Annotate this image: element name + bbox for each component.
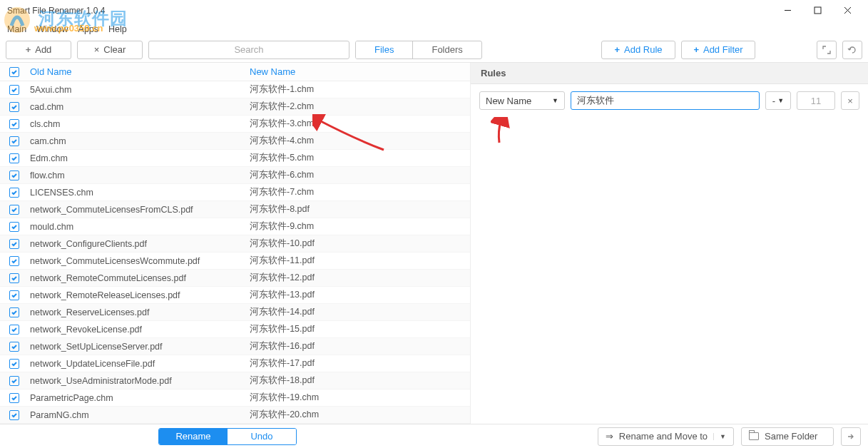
new-name-cell: 河东软件-8.pdf [250,203,470,215]
table-row[interactable]: network_SetUpLicenseServer.pdf河东软件-16.pd… [0,338,470,355]
table-header: Old Name New Name [0,63,470,81]
table-row[interactable]: flow.chm河东软件-6.chm [0,167,470,184]
table-row[interactable]: cam.chm河东软件-4.chm [0,133,470,150]
table-row[interactable]: network_RemoteCommuteLicenses.pdf河东软件-12… [0,270,470,287]
rename-button[interactable]: Rename [159,429,228,444]
row-checkbox[interactable] [0,136,29,146]
new-name-cell: 河东软件-16.pdf [250,340,470,352]
row-checkbox[interactable] [0,307,29,317]
table-row[interactable]: Edm.chm河东软件-5.chm [0,150,470,167]
new-name-cell: 河东软件-20.chm [250,409,470,421]
row-checkbox[interactable] [0,222,29,232]
menu-window[interactable]: Window [36,24,68,34]
table-row[interactable]: network_UseAdministratorMode.pdf河东软件-18.… [0,372,470,390]
clear-icon: × [94,44,100,55]
add-filter-button[interactable]: +Add Filter [681,41,755,59]
menu-apps[interactable]: Apps [78,24,99,34]
old-name-cell: network_UseAdministratorMode.pdf [29,376,250,386]
table-row[interactable]: network_CommuteLicensesWcommute.pdf河东软件-… [0,253,470,270]
row-checkbox[interactable] [0,359,29,369]
row-checkbox[interactable] [0,205,29,215]
table-row[interactable]: cls.chm河东软件-3.chm [0,116,470,133]
row-checkbox[interactable] [0,170,29,180]
rule-type-select[interactable]: New Name ▼ [479,91,565,110]
chevron-down-icon: ▼ [777,97,784,104]
old-name-cell: network_ConfigureClients.pdf [29,239,250,249]
new-name-cell: 河东软件-2.chm [250,101,470,113]
old-name-cell: mould.chm [29,222,250,232]
files-folders-tabs: Files Folders [355,41,482,59]
table-row[interactable]: network_RevokeLicense.pdf河东软件-15.pdf [0,321,470,338]
remove-rule-button[interactable]: × [841,91,859,110]
separator-select[interactable]: - ▼ [765,91,791,110]
table-row[interactable]: 5Axui.chm河东软件-1.chm [0,81,470,98]
go-button[interactable] [841,427,861,446]
plus-icon: + [693,44,699,55]
row-checkbox[interactable] [0,342,29,352]
table-row[interactable]: LICENSES.chm河东软件-7.chm [0,184,470,201]
old-name-cell: network_UpdateLicenseFile.pdf [29,359,250,369]
row-checkbox[interactable] [0,273,29,283]
expand-icon-button[interactable] [817,41,837,59]
chevron-down-icon: ▼ [552,97,558,104]
row-checkbox[interactable] [0,376,29,386]
row-checkbox[interactable] [0,119,29,129]
old-name-cell: cam.chm [29,136,250,146]
row-checkbox[interactable] [0,85,29,95]
new-name-cell: 河东软件-4.chm [250,135,470,147]
toolbar: +Add ×Clear Search Files Folders +Add Ru… [0,37,868,63]
table-row[interactable]: ParamNG.chm河东软件-20.chm [0,407,470,424]
clear-button[interactable]: ×Clear [77,41,143,59]
new-name-cell: 河东软件-15.pdf [250,323,470,335]
row-checkbox[interactable] [0,239,29,249]
table-row[interactable]: cad.chm河东软件-2.chm [0,98,470,116]
rule-row: New Name ▼ 河东软件 - ▼ 11 × [471,84,868,117]
rules-header: Rules [471,63,868,84]
menu-main[interactable]: Main [7,24,26,34]
row-checkbox[interactable] [0,188,29,198]
add-button[interactable]: +Add [6,41,71,59]
row-checkbox[interactable] [0,325,29,335]
refresh-icon-button[interactable] [842,41,862,59]
table-row[interactable]: ParametricPage.chm河东软件-19.chm [0,390,470,407]
undo-button[interactable]: Undo [228,429,296,444]
target-folder-select[interactable]: Same Folder [741,427,834,446]
table-row[interactable]: mould.chm河东软件-9.chm [0,218,470,235]
tab-folders[interactable]: Folders [413,41,481,58]
plus-icon: + [26,44,31,55]
new-name-cell: 河东软件-19.chm [250,392,470,404]
header-new-name[interactable]: New Name [250,66,470,77]
close-button[interactable] [832,1,862,21]
table-row[interactable]: network_CommuteLicensesFromCLS.pdf河东软件-8… [0,201,470,218]
rules-panel: Rules New Name ▼ 河东软件 - ▼ 11 × [471,63,868,424]
row-checkbox[interactable] [0,256,29,266]
old-name-cell: network_RevokeLicense.pdf [29,325,250,335]
table-row[interactable]: network_ConfigureClients.pdf河东软件-10.pdf [0,235,470,253]
new-name-cell: 河东软件-7.chm [250,186,470,198]
header-old-name[interactable]: Old Name [29,66,250,77]
counter-input[interactable]: 11 [797,91,835,110]
plus-icon: + [614,44,620,55]
new-name-cell: 河东软件-10.pdf [250,238,470,250]
new-name-cell: 河东软件-13.pdf [250,289,470,301]
maximize-button[interactable] [802,1,832,21]
row-checkbox[interactable] [0,393,29,403]
row-checkbox[interactable] [0,410,29,420]
table-row[interactable]: network_ReserveLicenses.pdf河东软件-14.pdf [0,304,470,321]
rule-name-input[interactable]: 河东软件 [571,91,760,110]
new-name-cell: 河东软件-14.pdf [250,306,470,318]
table-row[interactable]: network_UpdateLicenseFile.pdf河东软件-17.pdf [0,355,470,372]
table-row[interactable]: network_RemoteReleaseLicenses.pdf河东软件-13… [0,287,470,304]
rename-mode-select[interactable]: ⇒ Rename and Move to ▼ [598,427,734,446]
old-name-cell: network_CommuteLicensesFromCLS.pdf [29,205,250,215]
minimize-button[interactable] [772,1,802,21]
menu-help[interactable]: Help [108,24,127,34]
old-name-cell: cls.chm [29,119,250,129]
row-checkbox[interactable] [0,290,29,300]
row-checkbox[interactable] [0,153,29,163]
search-input[interactable]: Search [148,41,349,59]
tab-files[interactable]: Files [356,41,413,58]
add-rule-button[interactable]: +Add Rule [601,41,675,59]
select-all-checkbox[interactable] [0,67,29,77]
row-checkbox[interactable] [0,102,29,112]
